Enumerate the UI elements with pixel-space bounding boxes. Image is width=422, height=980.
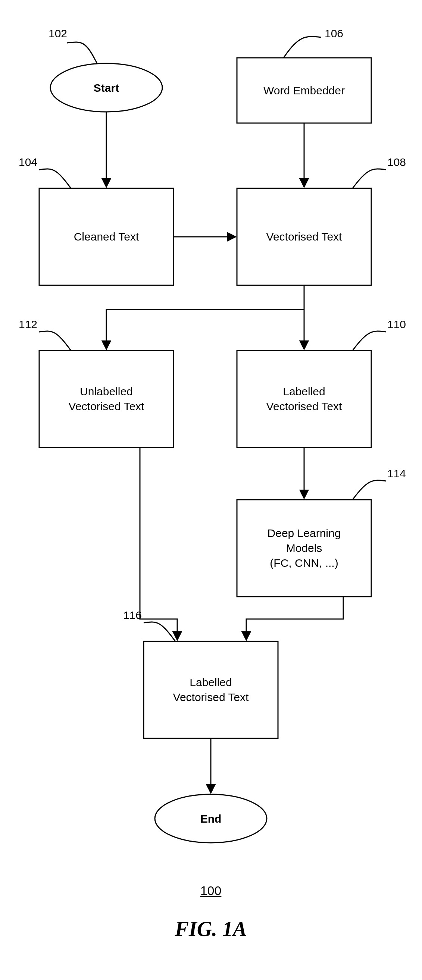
figure-label: FIG. 1A bbox=[175, 917, 247, 940]
node-end-label: End bbox=[201, 813, 221, 825]
node-labelled-l2: Vectorised Text bbox=[266, 400, 342, 412]
ref-106: 106 bbox=[325, 27, 343, 40]
diagram-page: 102 106 104 108 112 110 114 116 Start Wo… bbox=[0, 0, 422, 980]
node-deep-learning: Deep Learning Models (FC, CNN, ...) bbox=[237, 500, 371, 597]
arrow-unlabelled-to-output bbox=[140, 447, 177, 640]
ref-108: 108 bbox=[387, 156, 406, 168]
node-start: Start bbox=[50, 64, 162, 112]
node-labelled: Labelled Vectorised Text bbox=[237, 350, 371, 447]
node-output-labelled: Labelled Vectorised Text bbox=[144, 641, 278, 738]
node-models-l2: Models bbox=[286, 542, 322, 554]
arrow-vectorised-to-unlabelled bbox=[106, 310, 304, 348]
ref-110: 110 bbox=[387, 318, 406, 330]
svg-rect-5 bbox=[237, 350, 371, 447]
node-vectorised-text: Vectorised Text bbox=[237, 188, 371, 285]
arrow-models-to-output bbox=[246, 597, 343, 640]
node-cleaned-label: Cleaned Text bbox=[74, 231, 139, 243]
node-vectorised-label: Vectorised Text bbox=[266, 231, 342, 243]
node-embedder-label: Word Embedder bbox=[263, 84, 345, 97]
node-word-embedder: Word Embedder bbox=[237, 58, 371, 123]
flowchart-svg: 102 106 104 108 112 110 114 116 Start Wo… bbox=[0, 0, 422, 980]
node-cleaned-text: Cleaned Text bbox=[39, 188, 174, 285]
svg-rect-7 bbox=[144, 641, 278, 738]
node-out-l1: Labelled bbox=[190, 676, 232, 688]
node-labelled-l1: Labelled bbox=[283, 385, 325, 398]
ref-116: 116 bbox=[123, 609, 142, 621]
figure-number: 100 bbox=[201, 883, 221, 897]
node-unlabelled-l1: Unlabelled bbox=[80, 385, 133, 398]
node-end: End bbox=[155, 794, 267, 843]
ref-102: 102 bbox=[48, 27, 67, 40]
node-start-label: Start bbox=[94, 82, 119, 94]
ref-114: 114 bbox=[387, 467, 406, 480]
node-unlabelled-l2: Vectorised Text bbox=[68, 400, 145, 412]
svg-rect-4 bbox=[39, 350, 174, 447]
node-out-l2: Vectorised Text bbox=[173, 691, 249, 703]
node-models-l3: (FC, CNN, ...) bbox=[270, 557, 338, 569]
node-unlabelled: Unlabelled Vectorised Text bbox=[39, 350, 174, 447]
node-models-l1: Deep Learning bbox=[268, 527, 341, 539]
ref-104: 104 bbox=[19, 156, 37, 168]
ref-112: 112 bbox=[19, 318, 37, 330]
